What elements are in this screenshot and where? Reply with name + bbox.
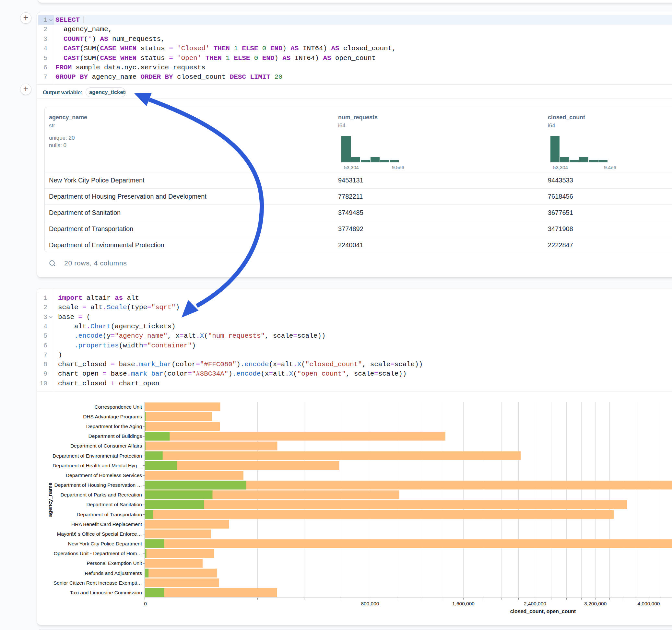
- svg-text:Department of Parks and Recrea: Department of Parks and Recreation: [60, 492, 142, 498]
- svg-text:agency_name: agency_name: [47, 483, 53, 517]
- svg-text:Department of Transportation: Department of Transportation: [76, 512, 142, 517]
- svg-text:Department of Buildings: Department of Buildings: [89, 433, 142, 439]
- svg-text:4,000,000: 4,000,000: [638, 601, 660, 606]
- svg-text:Mayorâ€ s Office of Special En: Mayorâ€ s Office of Special Enforce…: [57, 531, 142, 537]
- svg-text:Correspondence Unit: Correspondence Unit: [95, 404, 142, 410]
- svg-text:DHS Advantage Programs: DHS Advantage Programs: [83, 414, 142, 419]
- svg-text:HRA Benefit Card Replacement: HRA Benefit Card Replacement: [71, 522, 142, 527]
- svg-text:Operations Unit - Department o: Operations Unit - Department of Hom…: [54, 551, 142, 556]
- svg-text:3,200,000: 3,200,000: [584, 601, 606, 606]
- svg-text:0: 0: [144, 601, 147, 606]
- svg-text:Department for the Aging: Department for the Aging: [86, 423, 142, 429]
- svg-text:2,400,000: 2,400,000: [524, 601, 546, 606]
- svg-text:Department of Homeless Service: Department of Homeless Services: [66, 472, 142, 478]
- svg-text:New York City Police Departmen: New York City Police Department: [68, 541, 142, 547]
- svg-text:800,000: 800,000: [361, 601, 379, 606]
- svg-text:Personal Exemption Unit: Personal Exemption Unit: [87, 560, 142, 566]
- svg-text:Senior Citizen Rent Increase E: Senior Citizen Rent Increase Exempti…: [53, 580, 142, 586]
- svg-text:Department of Consumer Affairs: Department of Consumer Affairs: [70, 443, 142, 449]
- svg-text:Department of Sanitation: Department of Sanitation: [87, 502, 142, 507]
- svg-text:Department of Housing Preserva: Department of Housing Preservation …: [54, 482, 142, 488]
- svg-text:Refunds and Adjustments: Refunds and Adjustments: [85, 571, 142, 576]
- svg-text:closed_count, open_count: closed_count, open_count: [510, 609, 576, 614]
- svg-text:Taxi and Limousine Commission: Taxi and Limousine Commission: [70, 590, 142, 595]
- svg-text:1,600,000: 1,600,000: [452, 601, 475, 606]
- svg-text:Department of Environmental Pr: Department of Environmental Protection: [52, 453, 142, 459]
- svg-text:Department of Health and Menta: Department of Health and Mental Hyg…: [52, 463, 142, 468]
